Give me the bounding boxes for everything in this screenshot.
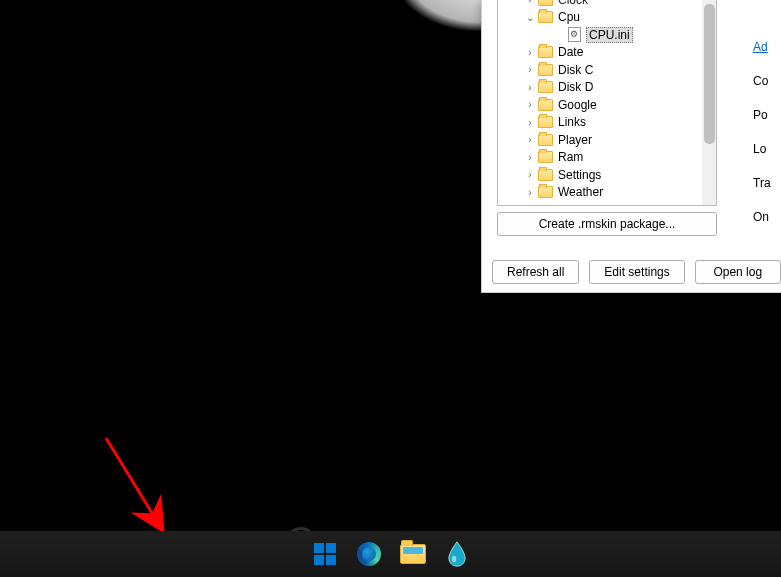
taskbar — [0, 531, 781, 577]
folder-icon — [538, 64, 553, 76]
expand-icon[interactable]: › — [524, 169, 536, 180]
expand-icon[interactable]: › — [524, 99, 536, 110]
folder-icon — [538, 0, 553, 6]
tree-item-label: Weather — [558, 185, 603, 199]
expand-icon[interactable]: › — [524, 134, 536, 145]
folder-icon — [538, 11, 553, 23]
tree-item[interactable]: ›Player — [500, 131, 714, 149]
expand-icon[interactable]: › — [524, 82, 536, 93]
tree-item-label: Settings — [558, 168, 601, 182]
tree-item-label: Ram — [558, 150, 583, 164]
tree-item[interactable]: ›Date — [500, 44, 714, 62]
tree-item[interactable]: ›Google — [500, 96, 714, 114]
tree-item[interactable]: ›Ram — [500, 149, 714, 167]
tree-item-cpu[interactable]: ⌄ Cpu — [500, 9, 714, 27]
folder-icon — [538, 134, 553, 146]
expand-icon[interactable]: › — [524, 187, 536, 198]
windows-logo-icon — [314, 543, 336, 565]
folder-icon — [538, 81, 553, 93]
expand-icon[interactable]: › — [524, 64, 536, 75]
skins-tree[interactable]: › Clock ⌄ Cpu · CPU.ini ›Date›Disk C›Dis… — [497, 0, 717, 206]
tree-item-label: Date — [558, 45, 583, 59]
taskbar-app-file-explorer[interactable] — [398, 539, 428, 569]
expand-icon[interactable]: › — [524, 117, 536, 128]
svg-point-1 — [452, 556, 456, 563]
tree-item-label: Player — [558, 133, 592, 147]
edit-settings-button[interactable]: Edit settings — [589, 260, 684, 284]
tree-item[interactable]: ›Disk D — [500, 79, 714, 97]
tree-scrollbar[interactable] — [702, 0, 716, 205]
load-order-label: Lo — [753, 142, 781, 156]
on-hover-label: On — [753, 210, 781, 224]
start-button[interactable] — [310, 539, 340, 569]
tree-item-label: Disk C — [558, 63, 593, 77]
folder-icon — [538, 186, 553, 198]
tree-item-cpu-ini[interactable]: · CPU.ini — [500, 26, 714, 44]
tree-item[interactable]: ›Links — [500, 114, 714, 132]
scrollbar-thumb[interactable] — [704, 4, 715, 144]
folder-icon — [538, 116, 553, 128]
rainmeter-manage-window: › Clock ⌄ Cpu · CPU.ini ›Date›Disk C›Dis… — [481, 0, 781, 293]
position-label: Po — [753, 108, 781, 122]
refresh-all-button[interactable]: Refresh all — [492, 260, 579, 284]
raindrop-icon — [447, 541, 467, 567]
right-panel-labels: Ad Co Po Lo Tra On — [753, 40, 781, 224]
add-link[interactable]: Ad — [753, 40, 781, 54]
folder-icon — [538, 46, 553, 58]
tree-item-label: Links — [558, 115, 586, 129]
tree-item-label: Disk D — [558, 80, 593, 94]
tree-item[interactable]: ›Weather — [500, 184, 714, 202]
tree-item[interactable]: ›Disk C — [500, 61, 714, 79]
taskbar-app-edge[interactable] — [354, 539, 384, 569]
tree-item-label: Google — [558, 98, 597, 112]
open-log-button[interactable]: Open log — [695, 260, 781, 284]
file-explorer-icon — [400, 544, 426, 564]
folder-icon — [538, 99, 553, 111]
edge-icon — [357, 542, 381, 566]
taskbar-app-rainmeter[interactable] — [442, 539, 472, 569]
ini-file-icon — [568, 27, 581, 42]
folder-icon — [538, 169, 553, 181]
create-rmskin-button[interactable]: Create .rmskin package... — [497, 212, 717, 236]
expand-icon[interactable]: › — [524, 47, 536, 58]
collapse-icon[interactable]: ⌄ — [524, 12, 536, 23]
svg-line-0 — [106, 438, 160, 526]
transparency-label: Tra — [753, 176, 781, 190]
coordinates-label: Co — [753, 74, 781, 88]
tree-item[interactable]: ›Settings — [500, 166, 714, 184]
expand-icon[interactable]: › — [524, 152, 536, 163]
tree-item[interactable]: › Clock — [500, 0, 714, 9]
folder-icon — [538, 151, 553, 163]
